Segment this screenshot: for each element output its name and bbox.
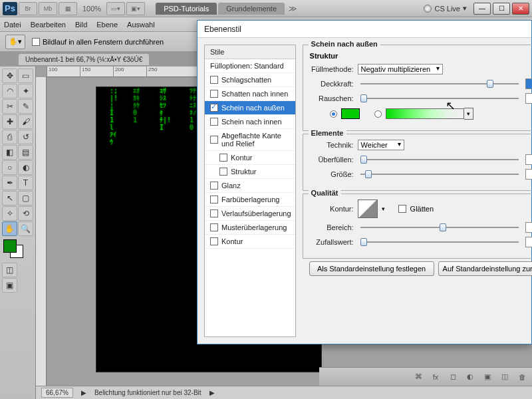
- style-item[interactable]: Kontur: [205, 151, 295, 165]
- menu-ebene[interactable]: Ebene: [96, 21, 118, 29]
- menu-auswahl[interactable]: Auswahl: [127, 21, 155, 29]
- type-tool[interactable]: T: [18, 176, 33, 190]
- more-tabs-icon[interactable]: ≫: [289, 4, 297, 13]
- gradient-tool[interactable]: ▤: [18, 145, 33, 160]
- size-value[interactable]: 4: [525, 169, 532, 180]
- eyedropper-tool[interactable]: ✎: [18, 99, 33, 114]
- arrange-button[interactable]: ▭▾: [106, 2, 125, 15]
- gradient-dropdown-icon[interactable]: ▾: [464, 108, 473, 120]
- checkbox-icon[interactable]: [210, 182, 218, 190]
- range-value[interactable]: 50: [525, 222, 532, 233]
- checkbox-icon[interactable]: [210, 136, 218, 144]
- opacity-slider[interactable]: [360, 83, 519, 84]
- checkbox-icon[interactable]: [210, 90, 218, 98]
- maximize-button[interactable]: ☐: [493, 3, 510, 15]
- color-radio[interactable]: [330, 110, 337, 118]
- 3d-camera-tool[interactable]: ⟲: [18, 206, 33, 221]
- hand-tool[interactable]: ✋: [2, 221, 17, 236]
- current-tool-hand[interactable]: ✋▾: [5, 35, 25, 49]
- style-item[interactable]: Schein nach innen: [205, 115, 295, 129]
- jitter-value[interactable]: 0: [525, 237, 532, 247]
- status-zoom[interactable]: 66,67%: [41, 388, 73, 398]
- checkbox-icon[interactable]: [32, 38, 40, 46]
- marquee-tool[interactable]: ▭: [18, 68, 33, 83]
- trash-icon[interactable]: 🗑: [516, 372, 528, 382]
- eraser-tool[interactable]: ◧: [2, 145, 17, 160]
- checkbox-icon[interactable]: [210, 196, 218, 203]
- menu-bild[interactable]: Bild: [75, 21, 87, 29]
- spread-value[interactable]: 0: [525, 154, 532, 165]
- pen-tool[interactable]: ✒: [2, 176, 17, 190]
- path-tool[interactable]: ↖: [2, 191, 17, 205]
- crop-tool[interactable]: ✂: [2, 99, 17, 114]
- style-item[interactable]: Struktur: [205, 165, 295, 179]
- scroll-all-windows[interactable]: Bildlauf in allen Fenstern durchführen: [32, 38, 164, 46]
- gradient-radio[interactable]: [374, 110, 382, 118]
- close-button[interactable]: ✕: [512, 3, 529, 15]
- stamp-tool[interactable]: ⎙: [2, 130, 17, 144]
- view-extras-button[interactable]: ▦: [59, 2, 77, 15]
- 3d-tool[interactable]: ✧: [2, 206, 17, 221]
- new-layer-icon[interactable]: ◫: [499, 372, 511, 382]
- brush-tool[interactable]: 🖌: [18, 114, 33, 129]
- fill-options[interactable]: Fülloptionen: Standard: [205, 59, 295, 73]
- move-tool[interactable]: ✥: [2, 68, 17, 83]
- link-icon[interactable]: ⌘: [412, 372, 424, 382]
- color-swatches[interactable]: [2, 239, 33, 259]
- antialias-checkbox[interactable]: [398, 205, 406, 213]
- dodge-tool[interactable]: ◐: [18, 160, 33, 175]
- style-item[interactable]: Farbüberlagerung: [205, 193, 295, 207]
- screenmode-button[interactable]: ▣▾: [126, 2, 145, 15]
- heal-tool[interactable]: ✚: [2, 114, 17, 129]
- make-default-button[interactable]: Als Standardeinstellung festlegen: [309, 261, 434, 276]
- jitter-slider[interactable]: [360, 241, 519, 243]
- screenmode-toggle[interactable]: ▣: [2, 278, 17, 293]
- adjustment-icon[interactable]: ◐: [464, 372, 476, 382]
- checkbox-icon[interactable]: [210, 209, 218, 217]
- size-slider[interactable]: [360, 174, 519, 175]
- checkbox-icon[interactable]: [219, 168, 227, 176]
- blur-tool[interactable]: ○: [2, 160, 17, 175]
- style-item[interactable]: Schlagschatten: [205, 73, 295, 87]
- foreground-color[interactable]: [3, 239, 17, 253]
- opacity-value[interactable]: 80: [525, 78, 532, 89]
- checkbox-icon[interactable]: [210, 76, 218, 84]
- cs-live[interactable]: CS Live ▾: [424, 4, 467, 13]
- technik-dropdown[interactable]: Weicher: [358, 140, 404, 150]
- style-item[interactable]: Glanz: [205, 179, 295, 193]
- document-tab[interactable]: Unbenannt-1 bei 66,7% (¼:xÄ•Y €3öÚ€: [19, 54, 149, 65]
- checkbox-icon[interactable]: [210, 118, 218, 126]
- spread-slider[interactable]: [360, 159, 519, 160]
- style-item[interactable]: Abgeflachte Kante und Relief: [205, 129, 295, 151]
- contour-picker[interactable]: [358, 200, 378, 218]
- range-slider[interactable]: [360, 227, 519, 228]
- noise-value[interactable]: 0: [525, 93, 532, 104]
- menu-bearbeiten[interactable]: Bearbeiten: [31, 21, 66, 29]
- menu-datei[interactable]: Datei: [4, 21, 21, 29]
- tab-psd-tutorials[interactable]: PSD-Tutorials: [156, 3, 217, 15]
- style-item[interactable]: Kontur: [205, 235, 295, 249]
- zoom-display[interactable]: 100%: [82, 5, 101, 13]
- wand-tool[interactable]: ✦: [18, 84, 33, 98]
- style-item[interactable]: Musterüberlagerung: [205, 221, 295, 235]
- style-item[interactable]: Schein nach außen: [205, 101, 295, 115]
- quickmask-toggle[interactable]: ◫: [2, 263, 17, 277]
- shape-tool[interactable]: ▢: [18, 191, 33, 205]
- minimize-button[interactable]: ―: [473, 3, 491, 15]
- checkbox-icon[interactable]: [210, 237, 218, 245]
- lasso-tool[interactable]: ◠: [2, 84, 17, 98]
- zoom-tool[interactable]: 🔍: [18, 221, 33, 236]
- checkbox-icon[interactable]: [210, 104, 218, 112]
- glow-color-swatch[interactable]: [341, 108, 360, 119]
- style-item[interactable]: Verlaufsüberlagerung: [205, 207, 295, 221]
- checkbox-icon[interactable]: [219, 154, 227, 162]
- tab-grundelemente[interactable]: Grundelemente: [218, 3, 285, 15]
- mask-icon[interactable]: ◻: [447, 372, 459, 382]
- reset-default-button[interactable]: Auf Standardeinstellung zurücksetzen: [438, 261, 532, 276]
- gradient-preview[interactable]: [386, 108, 464, 119]
- blend-mode-dropdown[interactable]: Negativ multiplizieren: [358, 64, 444, 74]
- bridge-button[interactable]: Br: [19, 2, 37, 15]
- history-brush-tool[interactable]: ↺: [18, 130, 33, 144]
- fx-icon[interactable]: fx: [430, 372, 442, 382]
- style-item[interactable]: Schatten nach innen: [205, 87, 295, 101]
